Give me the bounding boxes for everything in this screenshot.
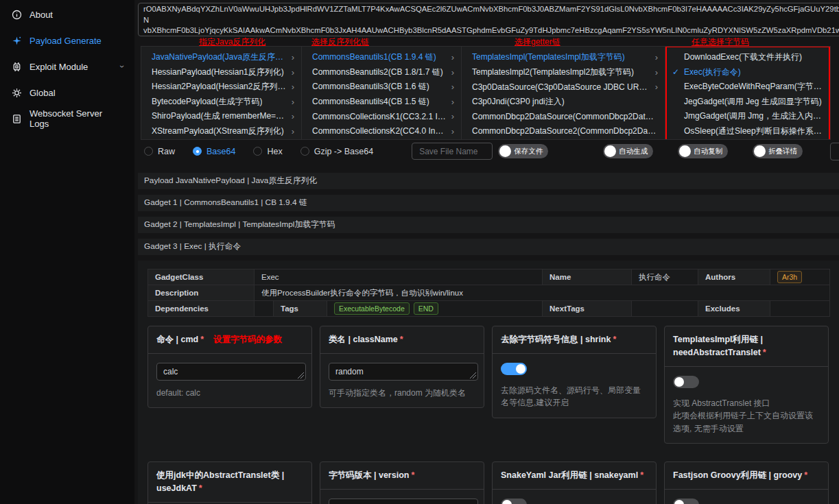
- chevron-right-icon: ›: [447, 111, 454, 121]
- tag-badge: END: [414, 302, 438, 315]
- sidebar-item-label: Global: [29, 88, 56, 98]
- gadget-3-detail-panel: GadgetClass Exec Name 执行命令 Authors Ar3h …: [138, 261, 839, 504]
- card-title: 字节码版本 | version: [329, 470, 409, 480]
- cascader-item[interactable]: Hessian2Payload(Hessian2反序列化)›: [141, 80, 301, 95]
- resize-handle-icon[interactable]: [298, 372, 304, 379]
- radio-hex[interactable]: Hex: [253, 147, 282, 156]
- table-label-name: Name: [543, 269, 632, 285]
- accordion-gadget-3[interactable]: Gadget 3 | Exec | 执行命令›: [138, 239, 839, 255]
- card-need-abstract-translet: TemplatesImpl利用链 | needAbstractTranslet*…: [664, 326, 829, 444]
- cascader-item[interactable]: BytecodePayload(生成字节码)›: [141, 95, 301, 110]
- card-hint: 实现 AbstractTranslet 接口 此项会根据利用链子上下文自动设置该…: [673, 397, 820, 435]
- chevron-right-icon: ›: [447, 67, 454, 77]
- cmd-input[interactable]: [156, 363, 306, 381]
- payload-output-textarea[interactable]: rO0ABXNyABdqYXZhLnV0aWwuUHJpb3JpdHlRdWV1…: [138, 3, 839, 36]
- chevron-right-icon: ›: [447, 82, 454, 92]
- cascader-item[interactable]: OsSleep(通过Sleep判断目标操作系统字节码): [665, 124, 830, 139]
- save-file-name-input[interactable]: [412, 143, 493, 160]
- snakeyaml-toggle[interactable]: [501, 499, 527, 504]
- cascader-item[interactable]: JmgGadget(调用 Jmg，生成注入内存马字节码): [665, 109, 830, 124]
- accordion-gadget-2[interactable]: Gadget 2 | TemplatesImpl | TemplatesImpl…: [138, 217, 839, 233]
- card-title: Fastjson Groovy利用链 | groovy: [673, 470, 802, 480]
- required-mark: *: [640, 470, 643, 480]
- resize-handle-icon[interactable]: [470, 372, 476, 379]
- magic-icon: [11, 35, 22, 46]
- table-label-nexttags: NextTags: [543, 301, 632, 317]
- cascader-item[interactable]: XStreamPayload(XStream反序列化)›: [141, 124, 301, 139]
- cascader-item-selected[interactable]: ✓Exec(执行命令): [665, 65, 830, 80]
- save-file-toggle[interactable]: 保存文件: [498, 144, 548, 158]
- sidebar-item-label: Payload Generate: [29, 36, 102, 46]
- sidebar-item-websocket-logs[interactable]: Websocket Server Logs: [0, 106, 134, 132]
- classname-input[interactable]: [329, 363, 478, 381]
- chevron-right-icon: ›: [287, 126, 294, 136]
- cascader-column-bytecode: DownloadExec(下载文件并执行) ✓Exec(执行命令) ExecBy…: [665, 47, 830, 139]
- required-mark: *: [613, 335, 616, 344]
- cascader-item[interactable]: C3p0Jndi(C3P0 jndi注入): [462, 95, 665, 110]
- cascader-item[interactable]: CommonDbcp2DataSource(CommonDbcp2DataSou…: [462, 109, 665, 124]
- cascader-item[interactable]: ShiroPayload(生成 rememberMe=x Paylo...›: [141, 109, 301, 124]
- copy-button[interactable]: copy: [830, 143, 839, 160]
- table-value-authors: Ar3h: [770, 269, 830, 285]
- shrink-toggle[interactable]: [501, 363, 527, 375]
- required-mark: *: [804, 470, 807, 480]
- gadget-info-table: GadgetClass Exec Name 执行命令 Authors Ar3h …: [147, 269, 830, 317]
- card-snakeyaml: SnakeYaml Jar利用链 | snakeyaml* 实现 javax.s…: [492, 461, 657, 504]
- tag-badge: ExecutableBytecode: [334, 302, 410, 315]
- cascader-item[interactable]: TemplatesImpl(TemplatesImpl加载字节码)›: [462, 50, 665, 65]
- required-mark: *: [400, 335, 403, 344]
- groovy-toggle[interactable]: [673, 499, 699, 504]
- cascader-item[interactable]: DownloadExec(下载文件并执行): [665, 50, 830, 65]
- chevron-right-icon: ›: [651, 82, 658, 92]
- sidebar-item-about[interactable]: About: [0, 1, 134, 27]
- radio-gzip-base64[interactable]: Gzip -> Base64: [300, 147, 374, 156]
- cascader-item[interactable]: CommonsBeanutils4(CB 1.5 链)›: [302, 95, 461, 110]
- accordion-gadget-1[interactable]: Gadget 1 | CommonsBeanutils1 | CB 1.9.4 …: [138, 195, 839, 211]
- need-abstract-translet-toggle[interactable]: [673, 376, 699, 388]
- card-title: 类名 | className: [329, 335, 398, 344]
- cascader-item[interactable]: ExecByteCodeWithReqParam(字节码加载的小马): [665, 80, 830, 95]
- cascader-item[interactable]: CommonsCollectionsK1(CC3.2.1 InvokerTr..…: [302, 109, 461, 124]
- table-label-description: Description: [148, 285, 255, 301]
- sidebar: About Payload Generate Exploit Module › …: [0, 0, 134, 504]
- card-title: 命令 | cmd: [156, 335, 198, 344]
- cascader-item[interactable]: CommonsCollectionsK2(CC4.0 InvokerTra...…: [302, 124, 461, 139]
- auto-copy-toggle[interactable]: 自动复制: [678, 144, 728, 158]
- annotation-chain: 选择反序列化链: [311, 36, 369, 48]
- cascader-item[interactable]: CommonsBeanutils2(CB 1.8/1.7 链)›: [302, 65, 461, 80]
- table-label-tags: Tags: [274, 301, 327, 317]
- cascader-item[interactable]: TemplatesImpl2(TemplatesImpl2加载字节码)›: [462, 65, 665, 80]
- table-value-description: 使用ProcessBuilder执行命令的字节码，自动识别win/linux: [255, 285, 830, 301]
- required-mark: *: [763, 348, 766, 357]
- chevron-right-icon: ›: [287, 97, 294, 107]
- card-cmd: 命令 | cmd*设置字节码的参数 default: calc: [147, 326, 312, 408]
- card-classname: 类名 | className* 可手动指定类名，random 为随机类名: [320, 326, 484, 408]
- cascader-item[interactable]: JegGadget(调用 Jeg 生成回显字节码): [665, 95, 830, 110]
- table-value-gadgetclass: Exec: [255, 269, 543, 285]
- sidebar-item-label: Exploit Module: [29, 62, 88, 72]
- sidebar-item-label: Websocket Server Logs: [29, 108, 123, 129]
- radio-raw[interactable]: Raw: [144, 147, 175, 156]
- sidebar-item-label: About: [29, 10, 53, 20]
- sidebar-item-payload-generate[interactable]: Payload Generate: [0, 27, 134, 53]
- accordion-payload[interactable]: Payload JavaNativePayload | Java原生反序列化›: [138, 173, 839, 189]
- cascader-item[interactable]: CommonsBeanutils1(CB 1.9.4 链)›: [302, 50, 461, 65]
- chevron-right-icon: ›: [287, 52, 294, 62]
- cascader-item[interactable]: C3p0DataSource(C3p0DataSource JDBC URL A…: [462, 80, 665, 95]
- radio-base64[interactable]: Base64: [193, 147, 235, 156]
- cascader-item[interactable]: CommonsBeanutils3(CB 1.6 链)›: [302, 80, 461, 95]
- required-mark: *: [200, 335, 204, 344]
- cascader-item[interactable]: HessianPayload(Hessian1反序列化)›: [141, 65, 301, 80]
- auto-generate-toggle[interactable]: 自动生成: [603, 144, 653, 158]
- sidebar-item-exploit-module[interactable]: Exploit Module ›: [0, 53, 134, 80]
- card-hint: 去除源码文件名、源码行号、局部变量名等信息,建议开启: [501, 384, 648, 409]
- cascader-item[interactable]: CommonDbcp2DataSource2(CommonDbcp2DataSo…: [462, 124, 665, 139]
- logs-icon: [11, 113, 22, 124]
- version-input[interactable]: [329, 499, 478, 504]
- collapse-details-toggle[interactable]: 折叠详情: [753, 144, 803, 158]
- sidebar-item-global[interactable]: Global: [0, 80, 134, 106]
- chevron-right-icon: ›: [447, 126, 454, 136]
- chevron-right-icon: ›: [447, 52, 454, 62]
- card-annotation: 设置字节码的参数: [213, 335, 282, 344]
- cascader-item[interactable]: JavaNativePayload(Java原生反序列化)›: [141, 50, 301, 65]
